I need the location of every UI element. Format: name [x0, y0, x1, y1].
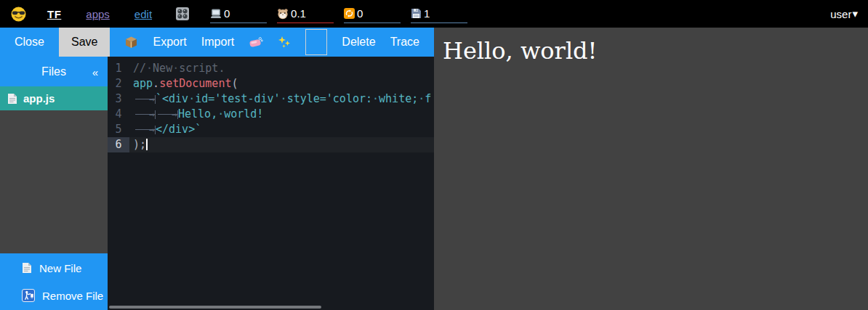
stat-repeat-value: 0 — [357, 7, 363, 20]
brand-link[interactable]: TF — [47, 8, 61, 20]
sidebar-actions: New File — [0, 253, 108, 310]
export-button[interactable]: Export — [153, 36, 187, 49]
caret-down-icon: ▾ — [852, 7, 858, 20]
tab-whitespace-icon: → — [133, 122, 156, 137]
gutter-line-number: 3 — [108, 91, 129, 107]
hamster-icon — [277, 8, 289, 20]
delete-button[interactable]: Delete — [342, 36, 375, 49]
stats-bar: 0 0.1 — [210, 4, 467, 23]
files-header: Files « — [0, 57, 108, 86]
sunglasses-face-icon[interactable] — [11, 7, 26, 22]
control-knobs-icon[interactable] — [175, 7, 190, 21]
gutter-line-number: 6 — [108, 137, 129, 152]
horizontal-scrollbar[interactable] — [109, 306, 321, 309]
tab-whitespace-icon: → — [133, 91, 156, 107]
editor-toolbar: Close Save Export Import — [0, 28, 434, 57]
code-line[interactable]: 2app.setDocument( — [108, 76, 434, 91]
tab-whitespace-icon: → — [133, 107, 156, 122]
gutter-line-number: 4 — [108, 107, 129, 122]
repeat-icon — [344, 8, 355, 19]
code-line-content: →`<div·id='test-div'·style='color:·white… — [129, 91, 434, 107]
code-line-content: ); — [129, 137, 434, 152]
preview-text: Hello, world! — [443, 37, 868, 65]
document-icon — [7, 93, 17, 105]
code-lines: 1//·New·script.2app.setDocument(3→`<div·… — [108, 61, 434, 152]
new-file-label: New File — [39, 262, 81, 274]
code-token: //·New·script. — [133, 62, 225, 75]
code-line[interactable]: 6); — [108, 137, 434, 152]
code-line[interactable]: 5→</div>` — [108, 122, 434, 137]
code-line-content: →→Hello,·world! — [129, 107, 434, 122]
code-token: Hello,·world! — [178, 107, 263, 121]
soap-icon[interactable] — [249, 36, 263, 48]
nav-link-edit[interactable]: edit — [134, 8, 152, 20]
file-item-label: app.js — [23, 92, 55, 105]
stat-repeat[interactable]: 0 — [344, 4, 401, 23]
sparkles-icon[interactable] — [278, 36, 291, 49]
files-sidebar: Files « app.js — [0, 57, 108, 310]
blank-button[interactable] — [305, 29, 327, 55]
close-button[interactable]: Close — [15, 36, 44, 49]
editor-column: Close Save Export Import — [0, 28, 434, 310]
code-editor[interactable]: 1//·New·script.2app.setDocument(3→`<div·… — [108, 57, 434, 310]
main-area: Close Save Export Import — [0, 28, 868, 310]
remove-file-button[interactable]: Remove File — [0, 282, 108, 309]
topbar: TF apps edit 0 — [0, 0, 868, 28]
gutter-line-number: 5 — [108, 122, 129, 137]
code-line[interactable]: 1//·New·script. — [108, 61, 434, 76]
files-header-label: Files — [41, 65, 66, 78]
collapse-sidebar-button[interactable]: « — [92, 65, 98, 78]
code-token: ); — [133, 138, 146, 151]
remove-file-icon — [22, 289, 35, 302]
code-token: `<div·id='test-div'·style='color:·white;… — [156, 92, 431, 105]
code-token: </div>` — [156, 123, 201, 136]
laptop-icon — [210, 9, 222, 19]
preview-panel: Hello, world! — [434, 28, 868, 310]
sidebar-filler — [0, 110, 108, 253]
user-menu[interactable]: user▾ — [830, 7, 858, 20]
file-item-appjs[interactable]: app.js — [0, 86, 108, 110]
floppy-disk-icon — [411, 8, 422, 19]
remove-file-label: Remove File — [42, 290, 103, 302]
import-button[interactable]: Import — [201, 36, 234, 49]
code-line[interactable]: 4→→Hello,·world! — [108, 107, 434, 122]
gutter-line-number: 1 — [108, 61, 129, 76]
new-file-button[interactable]: New File — [0, 254, 108, 282]
code-line-content: →</div>` — [129, 122, 434, 137]
gutter-line-number: 2 — [108, 76, 129, 91]
code-token: setDocument — [159, 77, 231, 90]
code-token: . — [153, 77, 159, 90]
code-line[interactable]: 3→`<div·id='test-div'·style='color:·whit… — [108, 91, 434, 107]
new-file-icon — [22, 262, 32, 274]
stat-floppy[interactable]: 1 — [411, 4, 467, 23]
stat-floppy-value: 1 — [424, 7, 430, 20]
code-line-content: app.setDocument( — [129, 76, 434, 91]
stat-laptop-value: 0 — [224, 7, 230, 20]
save-button[interactable]: Save — [59, 28, 110, 57]
nav-link-apps[interactable]: apps — [86, 8, 110, 20]
stat-laptop[interactable]: 0 — [210, 4, 267, 23]
stat-hamster-value: 0.1 — [291, 7, 306, 20]
package-icon[interactable] — [124, 36, 138, 49]
tab-whitespace-icon: → — [156, 107, 178, 122]
trace-button[interactable]: Trace — [390, 36, 419, 49]
text-cursor — [146, 139, 148, 150]
code-token: app — [133, 77, 153, 90]
stat-hamster[interactable]: 0.1 — [277, 4, 334, 23]
code-token: ( — [231, 77, 238, 90]
user-menu-label: user — [830, 8, 851, 20]
code-line-content: //·New·script. — [129, 61, 434, 76]
